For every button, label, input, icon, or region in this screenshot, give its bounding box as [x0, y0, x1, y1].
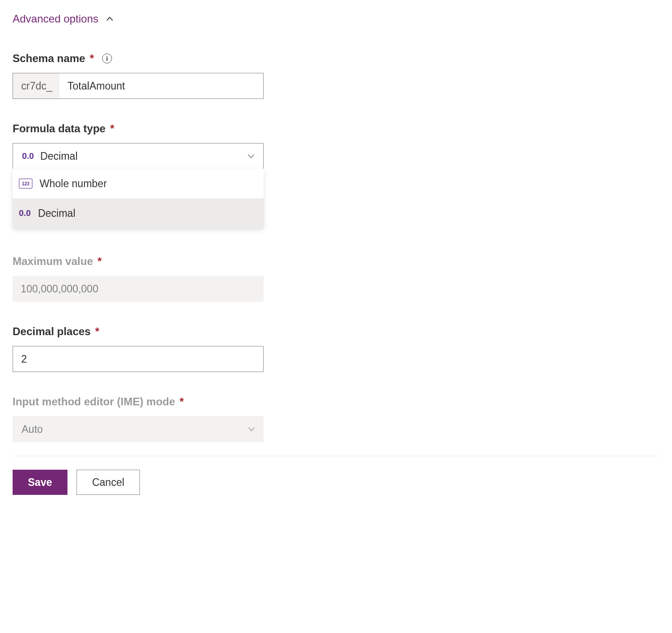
ime-mode-label-text: Input method editor (IME) mode: [13, 395, 175, 408]
ime-mode-value: Auto: [22, 423, 240, 435]
save-button[interactable]: Save: [13, 470, 67, 495]
formula-data-type-label: Formula data type *: [13, 122, 264, 135]
advanced-options-toggle[interactable]: Advanced options: [13, 13, 115, 25]
formula-data-type-value: Decimal: [40, 150, 240, 162]
required-marker: *: [179, 395, 184, 408]
ime-mode-select: Auto: [13, 416, 264, 442]
formula-data-type-label-text: Formula data type: [13, 122, 106, 135]
decimal-places-label: Decimal places *: [13, 325, 264, 338]
decimal-icon: 0.0: [22, 151, 34, 161]
maximum-value-field: Maximum value *: [13, 255, 264, 302]
dropdown-option-whole-number[interactable]: 123 Whole number: [13, 169, 264, 198]
formula-data-type-select[interactable]: 0.0 Decimal: [13, 143, 264, 169]
schema-name-input[interactable]: [59, 73, 263, 99]
schema-prefix: cr7dc_: [13, 73, 59, 99]
schema-name-field: Schema name * i cr7dc_: [13, 52, 264, 99]
schema-name-input-group: cr7dc_: [13, 73, 264, 99]
chevron-down-icon: [246, 424, 256, 434]
schema-name-label: Schema name * i: [13, 52, 264, 65]
decimal-places-field: Decimal places *: [13, 325, 264, 372]
decimal-places-input[interactable]: [13, 346, 264, 372]
required-marker: *: [110, 122, 114, 135]
required-marker: *: [98, 255, 102, 268]
dropdown-option-decimal[interactable]: 0.0 Decimal: [13, 198, 264, 228]
whole-number-icon: 123: [19, 179, 32, 189]
ime-mode-label: Input method editor (IME) mode *: [13, 395, 264, 408]
chevron-up-icon: [105, 14, 115, 24]
maximum-value-label: Maximum value *: [13, 255, 264, 268]
advanced-options-label: Advanced options: [13, 13, 99, 25]
required-marker: *: [95, 325, 99, 338]
ime-mode-field: Input method editor (IME) mode * Auto: [13, 395, 264, 442]
info-icon[interactable]: i: [102, 54, 112, 63]
decimal-icon: 0.0: [19, 208, 31, 218]
formula-data-type-field: Formula data type * 0.0 Decimal 123 Whol…: [13, 122, 264, 228]
required-marker: *: [90, 52, 94, 65]
dropdown-option-label: Whole number: [40, 178, 107, 190]
schema-name-label-text: Schema name: [13, 52, 85, 65]
chevron-down-icon: [246, 151, 256, 161]
cancel-button[interactable]: Cancel: [76, 470, 140, 495]
maximum-value-input: [13, 276, 264, 302]
decimal-places-label-text: Decimal places: [13, 325, 90, 338]
formula-data-type-dropdown: 123 Whole number 0.0 Decimal: [13, 169, 264, 228]
footer: Save Cancel: [13, 456, 659, 495]
maximum-value-label-text: Maximum value: [13, 255, 93, 268]
dropdown-option-label: Decimal: [38, 207, 75, 220]
